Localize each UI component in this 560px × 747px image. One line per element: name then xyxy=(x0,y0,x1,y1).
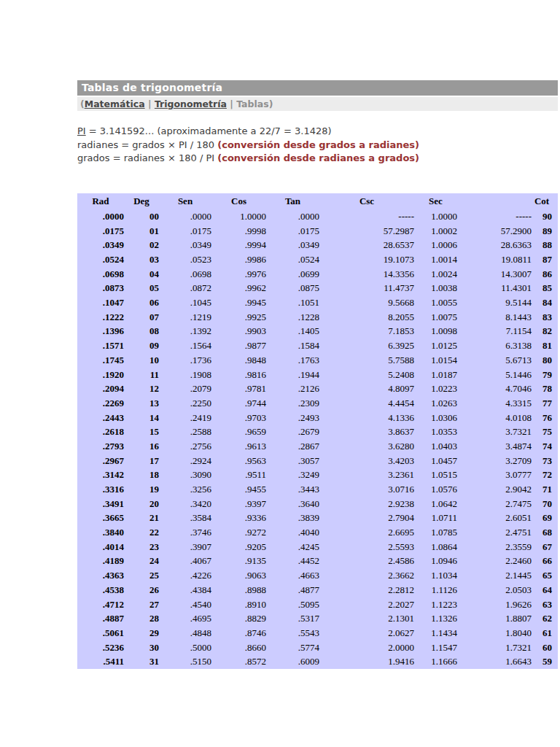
table-cell-tan: .0175 xyxy=(266,224,319,239)
table-row: .453826.4384.8988.48772.28121.11262.0503… xyxy=(77,583,558,597)
table-cell-deg: 05 xyxy=(124,282,159,296)
table-cell-csc: ----- xyxy=(319,209,414,224)
column-header-rad: Rad xyxy=(77,193,124,209)
table-cell-cot: 62 xyxy=(532,611,558,626)
table-row: .314218.3090.9511.32493.23611.05153.0777… xyxy=(77,468,558,482)
table-cell-rad: .5236 xyxy=(77,640,124,655)
table-cell-cot-values: 2.7475 xyxy=(457,497,532,511)
table-cell-cos: .9703 xyxy=(211,411,266,425)
table-cell-sec: 1.0038 xyxy=(414,282,457,296)
table-cell-deg: 28 xyxy=(124,611,159,626)
table-cell-rad: .1396 xyxy=(77,325,124,339)
table-cell-csc: 2.2027 xyxy=(319,597,414,612)
table-cell-csc: 3.6280 xyxy=(319,439,414,454)
table-cell-cot: 72 xyxy=(532,468,558,482)
table-cell-csc: 2.0000 xyxy=(319,640,414,655)
table-cell-tan: .2867 xyxy=(266,439,319,454)
table-cell-sen: .1219 xyxy=(159,310,211,325)
table-cell-deg: 25 xyxy=(124,568,159,583)
table-row: .506129.4848.8746.55432.06271.14341.8040… xyxy=(77,626,558,640)
table-cell-cot: 77 xyxy=(532,396,558,411)
table-cell-cos: .9976 xyxy=(211,267,266,282)
table-cell-csc: 1.9416 xyxy=(319,654,414,669)
table-cell-deg: 16 xyxy=(124,439,159,454)
table-row: .122207.1219.9925.12288.20551.00758.1443… xyxy=(77,310,558,325)
column-header-deg: Deg xyxy=(124,193,159,209)
table-cell-sen: .2924 xyxy=(159,454,211,468)
table-row: .471227.4540.8910.50952.20271.12231.9626… xyxy=(77,597,558,612)
table-cell-csc: 3.2361 xyxy=(319,468,414,482)
table-cell-sen: .4848 xyxy=(159,626,211,640)
table-cell-csc: 3.4203 xyxy=(319,454,414,468)
radians-formula-line: radianes = grados × PI / 180 (conversión… xyxy=(77,139,558,152)
table-cell-sec: 1.0187 xyxy=(414,368,457,382)
radians-formula: radianes = grados × PI / 180 xyxy=(77,139,217,150)
table-cell-sen: .3584 xyxy=(159,511,211,526)
table-cell-rad: .1920 xyxy=(77,368,124,382)
table-cell-cos: .9135 xyxy=(211,554,266,569)
table-cell-rad: .4014 xyxy=(77,540,124,554)
pi-link[interactable]: PI xyxy=(77,125,86,136)
table-cell-rad: .3491 xyxy=(77,497,124,511)
table-cell-sen: .0523 xyxy=(159,252,211,267)
table-cell-cos: .9903 xyxy=(211,325,266,339)
table-cell-csc: 5.7588 xyxy=(319,353,414,368)
table-cell-deg: 27 xyxy=(124,597,159,612)
breadcrumb-close-paren: ) xyxy=(269,98,273,109)
table-cell-cos: .9994 xyxy=(211,238,266,252)
table-cell-sen: .3090 xyxy=(159,468,211,482)
table-cell-deg: 13 xyxy=(124,396,159,411)
table-cell-cot: 81 xyxy=(532,338,558,353)
table-cell-cot: 79 xyxy=(532,368,558,382)
table-cell-csc: 2.7904 xyxy=(319,511,414,526)
table-cell-csc: 2.1301 xyxy=(319,611,414,626)
table-cell-csc: 57.2987 xyxy=(319,224,414,239)
table-cell-cot: 90 xyxy=(532,209,558,224)
table-cell-deg: 31 xyxy=(124,654,159,669)
degrees-conversion-note: (conversión desde radianes a grados) xyxy=(217,152,419,163)
table-cell-tan: .4663 xyxy=(266,568,319,583)
table-cell-cos: .9848 xyxy=(211,353,266,368)
table-cell-cos: .9063 xyxy=(211,568,266,583)
table-cell-rad: .0524 xyxy=(77,252,124,267)
breadcrumb-current: Tablas xyxy=(236,98,268,109)
table-cell-cos: .9563 xyxy=(211,454,266,468)
table-cell-cos: .8572 xyxy=(211,654,266,669)
radians-conversion-note: (conversión desde grados a radianes) xyxy=(217,139,419,150)
table-cell-sec: 1.1547 xyxy=(414,640,457,655)
breadcrumb-link-trigonometria[interactable]: Trigonometría xyxy=(155,98,227,109)
table-row: .541131.5150.8572.60091.94161.16661.6643… xyxy=(77,654,558,669)
table-cell-sec: 1.0154 xyxy=(414,353,457,368)
table-row: .017501.0175.9998.017557.29871.000257.29… xyxy=(77,224,558,239)
table-cell-deg: 00 xyxy=(124,209,159,224)
table-cell-tan: .1944 xyxy=(266,368,319,382)
table-cell-sen: .1736 xyxy=(159,353,211,368)
table-cell-cot: 65 xyxy=(532,568,558,583)
table-cell-sen: .0000 xyxy=(159,209,211,224)
table-cell-tan: .5317 xyxy=(266,611,319,626)
table-cell-deg: 23 xyxy=(124,540,159,554)
table-cell-sen: .0175 xyxy=(159,224,211,239)
table-cell-cot-values: 3.2709 xyxy=(457,454,532,468)
table-body: .000000.00001.0000.0000-----1.0000-----9… xyxy=(77,209,558,669)
table-cell-sec: 1.0711 xyxy=(414,511,457,526)
table-cell-sec: 1.0306 xyxy=(414,411,457,425)
table-cell-cot-values: 14.3007 xyxy=(457,267,532,282)
table-cell-cot-values: 8.1443 xyxy=(457,310,532,325)
table-cell-sec: 1.1434 xyxy=(414,626,457,640)
table-cell-cos: .9998 xyxy=(211,224,266,239)
table-cell-cos: .9511 xyxy=(211,468,266,482)
breadcrumb-link-matematica[interactable]: Matemática xyxy=(85,98,145,109)
table-cell-cot-values: ----- xyxy=(457,209,532,224)
table-cell-csc: 19.1073 xyxy=(319,252,414,267)
table-cell-cos: .9945 xyxy=(211,295,266,310)
table-cell-sen: .2250 xyxy=(159,396,211,411)
table-cell-rad: .2094 xyxy=(77,382,124,396)
table-cell-sec: 1.0000 xyxy=(414,209,457,224)
table-cell-deg: 20 xyxy=(124,497,159,511)
table-cell-cos: .9925 xyxy=(211,310,266,325)
table-cell-sen: .3907 xyxy=(159,540,211,554)
table-cell-cos: 1.0000 xyxy=(211,209,266,224)
table-cell-tan: .1228 xyxy=(266,310,319,325)
table-cell-cot-values: 2.1445 xyxy=(457,568,532,583)
